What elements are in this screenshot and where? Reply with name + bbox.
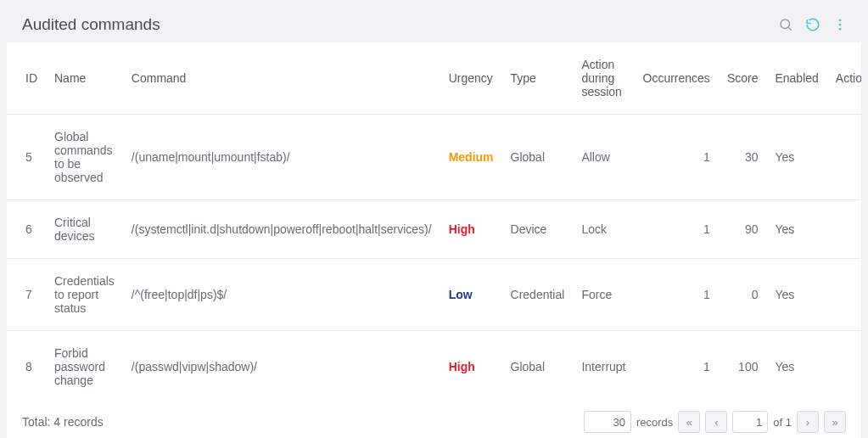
cell-id: 6 bbox=[7, 200, 46, 259]
pager-next-button[interactable]: › bbox=[797, 411, 819, 433]
table-wrap: ID Name Command Urgency Type Action duri… bbox=[7, 42, 861, 402]
col-id[interactable]: ID bbox=[7, 42, 46, 115]
table-footer: Total: 4 records records « ‹ of 1 › » bbox=[7, 402, 861, 438]
cell-urgency: Medium bbox=[440, 115, 502, 200]
col-action[interactable]: Action during session bbox=[573, 42, 634, 115]
cell-enabled: Yes bbox=[766, 331, 826, 403]
cell-type: Device bbox=[502, 200, 574, 259]
cell-action: Lock bbox=[573, 200, 634, 259]
cell-occurrences: 1 bbox=[635, 331, 719, 403]
cell-actions bbox=[827, 200, 861, 259]
row-menu-icon[interactable] bbox=[855, 222, 861, 235]
cell-name: Credentials to report status bbox=[46, 259, 123, 331]
cell-urgency-value: High bbox=[449, 360, 475, 373]
col-actions: Action bbox=[827, 42, 861, 115]
col-type[interactable]: Type bbox=[502, 42, 574, 115]
audited-commands-table: ID Name Command Urgency Type Action duri… bbox=[7, 42, 861, 402]
cell-enabled: Yes bbox=[766, 259, 826, 331]
cell-command: /(systemctl|init.d|shutdown|poweroff|reb… bbox=[123, 200, 440, 259]
page-input[interactable] bbox=[732, 411, 768, 433]
svg-point-3 bbox=[839, 24, 842, 26]
cell-action: Interrupt bbox=[573, 331, 634, 403]
pager-last-button[interactable]: » bbox=[824, 411, 846, 433]
cell-id: 8 bbox=[7, 331, 46, 403]
row-menu-icon[interactable] bbox=[855, 359, 861, 373]
col-score[interactable]: Score bbox=[719, 42, 767, 115]
refresh-icon[interactable] bbox=[804, 15, 822, 34]
more-icon[interactable] bbox=[831, 15, 849, 34]
page-title: Audited commands bbox=[22, 15, 160, 34]
cell-type: Global bbox=[502, 115, 574, 200]
cell-actions bbox=[827, 259, 861, 331]
col-enabled[interactable]: Enabled bbox=[766, 42, 826, 115]
pager: records « ‹ of 1 › » bbox=[584, 411, 846, 433]
cell-command: /(uname|mount|umount|fstab)/ bbox=[123, 115, 440, 200]
cell-urgency: High bbox=[440, 200, 502, 259]
svg-line-1 bbox=[788, 27, 791, 30]
table-row: 7Credentials to report status/^(free|top… bbox=[7, 259, 861, 331]
cell-enabled: Yes bbox=[766, 200, 826, 259]
cell-enabled: Yes bbox=[766, 115, 826, 200]
table-row: 5Global commands to be observed/(uname|m… bbox=[7, 115, 861, 200]
col-urgency[interactable]: Urgency bbox=[440, 42, 502, 115]
cell-urgency-value: Medium bbox=[449, 150, 494, 164]
cell-urgency: High bbox=[440, 331, 502, 403]
cell-score: 100 bbox=[719, 331, 767, 403]
cell-urgency-value: High bbox=[449, 222, 475, 236]
records-label: records bbox=[636, 416, 673, 429]
svg-point-2 bbox=[839, 19, 842, 21]
page-of-label: of 1 bbox=[773, 416, 792, 429]
cell-occurrences: 1 bbox=[635, 200, 719, 259]
cell-name: Critical devices bbox=[46, 200, 123, 259]
cell-occurrences: 1 bbox=[635, 115, 719, 200]
page-size-input[interactable] bbox=[584, 411, 631, 433]
cell-score: 30 bbox=[719, 115, 767, 200]
cell-name: Global commands to be observed bbox=[46, 115, 123, 200]
col-occurrences[interactable]: Occurrences bbox=[635, 42, 719, 115]
header-actions bbox=[776, 15, 849, 34]
row-menu-icon[interactable] bbox=[855, 287, 861, 300]
cell-type: Global bbox=[502, 331, 574, 403]
cell-id: 5 bbox=[7, 115, 46, 200]
pager-first-button[interactable]: « bbox=[678, 411, 700, 433]
cell-actions bbox=[827, 331, 861, 403]
cell-actions bbox=[827, 115, 861, 200]
col-name[interactable]: Name bbox=[46, 42, 123, 115]
cell-action: Force bbox=[573, 259, 634, 331]
cell-type: Credential bbox=[502, 259, 574, 331]
svg-point-0 bbox=[781, 20, 790, 29]
cell-occurrences: 1 bbox=[635, 259, 719, 331]
table-header-row: ID Name Command Urgency Type Action duri… bbox=[7, 42, 861, 115]
cell-urgency-value: Low bbox=[449, 288, 473, 301]
col-command[interactable]: Command bbox=[123, 42, 440, 115]
total-records: Total: 4 records bbox=[22, 415, 104, 429]
audited-commands-panel: ID Name Command Urgency Type Action duri… bbox=[7, 42, 861, 438]
panel-header: Audited commands bbox=[7, 7, 861, 42]
table-row: 6Critical devices/(systemctl|init.d|shut… bbox=[7, 200, 861, 259]
cell-score: 90 bbox=[719, 200, 767, 259]
svg-point-4 bbox=[839, 28, 842, 31]
cell-command: /^(free|top|df|ps)$/ bbox=[123, 259, 440, 331]
search-icon[interactable] bbox=[776, 15, 795, 34]
table-row: 8Forbid password change/(passwd|vipw|sha… bbox=[7, 331, 861, 403]
pager-prev-button[interactable]: ‹ bbox=[705, 411, 727, 433]
cell-urgency: Low bbox=[440, 259, 502, 331]
row-menu-icon[interactable] bbox=[855, 149, 861, 163]
cell-command: /(passwd|vipw|shadow)/ bbox=[123, 331, 440, 403]
cell-score: 0 bbox=[719, 259, 767, 331]
cell-name: Forbid password change bbox=[46, 331, 123, 403]
cell-action: Allow bbox=[573, 115, 634, 200]
cell-id: 7 bbox=[7, 259, 46, 331]
